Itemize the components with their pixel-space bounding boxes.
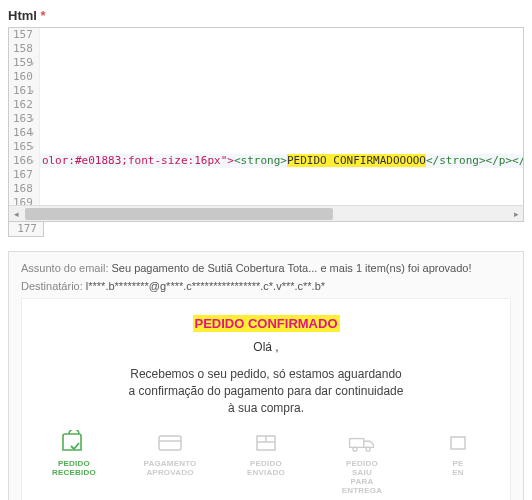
subject-value: Seu pagamento de Sutiã Cobertura Tota...… [112, 262, 472, 274]
line-number: 161 [13, 84, 33, 98]
recipient-row: Destinatário: l****.b********@g****.c***… [21, 280, 511, 292]
line-number: 163 [13, 112, 33, 126]
code-line[interactable] [40, 98, 523, 112]
email-body: PEDIDO CONFIRMADO Olá , Recebemos o seu … [21, 298, 511, 500]
greeting-text: Olá , [32, 340, 500, 354]
pedido-saiu-icon [347, 430, 377, 456]
step-label: PEDIDOENVIADO [247, 460, 285, 478]
code-line[interactable] [40, 140, 523, 154]
scroll-right-arrow-icon[interactable]: ▸ [509, 206, 523, 222]
recipient-label: Destinatário: [21, 280, 83, 292]
code-line[interactable] [40, 28, 523, 42]
code-line[interactable] [40, 196, 523, 205]
pagamento-aprovado-icon [155, 430, 185, 456]
pedido-entregue-icon [443, 430, 473, 456]
line-number: 169 [13, 196, 33, 205]
recipient-value: l****.b********@g****.c****************.… [86, 280, 325, 292]
scroll-left-arrow-icon[interactable]: ◂ [9, 206, 23, 222]
code-line[interactable] [40, 56, 523, 70]
line-number: 168 [13, 182, 33, 196]
step-pedido-saiu: PEDIDOSAIUPARAENTREGA [325, 430, 399, 495]
code-line[interactable] [40, 42, 523, 56]
editor-code-area[interactable]: olor:#e01883;font-size:16px"><strong>PED… [40, 28, 523, 205]
code-line[interactable]: olor:#e01883;font-size:16px"><strong>PED… [40, 154, 523, 168]
confirmation-title: PEDIDO CONFIRMADO [193, 315, 340, 332]
line-number: 167 [13, 168, 33, 182]
line-number: 164 [13, 126, 33, 140]
highlighted-code-text: PEDIDO CONFIRMADOOOOO [287, 154, 426, 167]
pedido-enviado-icon [251, 430, 281, 456]
editor-extra-line-number: 177 [8, 222, 44, 237]
order-status-steps: PEDIDORECEBIDOPAGAMENTOAPROVADOPEDIDOENV… [32, 430, 500, 495]
step-pedido-recebido: PEDIDORECEBIDO [37, 430, 111, 495]
email-preview-card: Assunto do email: Seu pagamento de Sutiã… [8, 251, 524, 500]
svg-rect-8 [451, 437, 465, 449]
line-number: 165 [13, 140, 33, 154]
field-label: Html * [8, 8, 524, 23]
line-number: 157 [13, 28, 33, 42]
svg-rect-5 [350, 439, 364, 448]
code-line[interactable] [40, 70, 523, 84]
editor-horizontal-scrollbar[interactable]: ◂ ▸ [9, 205, 523, 221]
body-text: Recebemos o seu pedido, só estamos aguar… [126, 366, 406, 416]
step-label: PAGAMENTOAPROVADO [143, 460, 196, 478]
code-line[interactable] [40, 168, 523, 182]
step-pedido-enviado: PEDIDOENVIADO [229, 430, 303, 495]
code-line[interactable] [40, 84, 523, 98]
line-number: 160 [13, 70, 33, 84]
svg-point-6 [353, 448, 357, 452]
step-label: PEDIDORECEBIDO [52, 460, 96, 478]
line-number: 158 [13, 42, 33, 56]
line-number: 166 [13, 154, 33, 168]
svg-rect-0 [159, 436, 181, 450]
line-number: 162 [13, 98, 33, 112]
svg-point-7 [366, 448, 370, 452]
step-label: PEEN [452, 460, 464, 478]
code-line[interactable] [40, 182, 523, 196]
editor-line-gutter: 1571581591601611621631641651661671681691… [9, 28, 40, 205]
code-line[interactable] [40, 126, 523, 140]
code-line[interactable] [40, 112, 523, 126]
line-number: 159 [13, 56, 33, 70]
scrollbar-thumb[interactable] [25, 208, 333, 220]
pedido-recebido-icon [59, 430, 89, 456]
step-pagamento-aprovado: PAGAMENTOAPROVADO [133, 430, 207, 495]
html-code-editor[interactable]: 1571581591601611621631641651661671681691… [8, 27, 524, 222]
field-label-text: Html [8, 8, 37, 23]
subject-row: Assunto do email: Seu pagamento de Sutiã… [21, 262, 511, 274]
step-label: PEDIDOSAIUPARAENTREGA [342, 460, 383, 495]
subject-label: Assunto do email: [21, 262, 108, 274]
required-star: * [41, 8, 46, 23]
step-pedido-entregue: PEEN [421, 430, 495, 495]
